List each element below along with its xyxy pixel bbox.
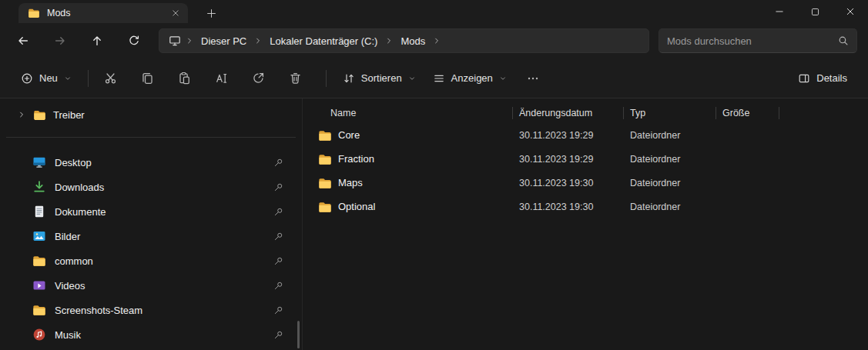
- this-pc-icon: [169, 35, 181, 47]
- view-button-label: Anzeigen: [451, 72, 493, 84]
- command-bar: Neu Sortieren Anzeigen Details: [0, 58, 868, 98]
- pin-icon: [273, 281, 283, 291]
- breadcrumb-this-pc[interactable]: Dieser PC: [196, 32, 252, 50]
- sidebar-item-label: Bilder: [55, 231, 265, 242]
- address-bar[interactable]: Dieser PC Lokaler Datenträger (C:) Mods: [159, 28, 649, 53]
- breadcrumb-drive-c[interactable]: Lokaler Datenträger (C:): [264, 32, 383, 50]
- cut-icon: [104, 72, 117, 85]
- folder-icon: [318, 176, 332, 190]
- column-header-label: Änderungsdatum: [519, 108, 592, 118]
- breadcrumb-chevron-icon[interactable]: [383, 36, 395, 45]
- file-modified-cell: 30.11.2023 19:30: [513, 178, 624, 188]
- tab-title: Mods: [47, 8, 161, 18]
- sidebar-item-label: Screenshots-Steam: [55, 305, 265, 316]
- sidebar-item-label: common: [55, 255, 265, 267]
- music-icon: [32, 328, 46, 342]
- details-pane-button[interactable]: Details: [789, 65, 856, 92]
- breadcrumb-chevron-icon[interactable]: [252, 36, 264, 45]
- pin-icon: [273, 158, 283, 168]
- file-row-core[interactable]: Core 30.11.2023 19:29 Dateiordner: [303, 123, 868, 147]
- breadcrumb-chevron-icon[interactable]: [431, 36, 443, 45]
- view-button[interactable]: Anzeigen: [424, 65, 515, 92]
- sort-button[interactable]: Sortieren: [334, 65, 424, 92]
- details-pane-icon: [798, 72, 810, 85]
- back-button[interactable]: [8, 28, 39, 54]
- sidebar-item-dokumente[interactable]: Dokumente: [3, 199, 299, 224]
- copy-button[interactable]: [133, 65, 163, 92]
- file-row-optional[interactable]: Optional 30.11.2023 19:30 Dateiordner: [303, 195, 868, 218]
- sidebar-item-videos[interactable]: Videos: [3, 273, 299, 298]
- file-list-pane: Name Änderungsdatum Typ Größe: [303, 98, 868, 350]
- file-explorer-window: Mods Dieser PC Lokaler Datenträger (C:) …: [0, 0, 868, 350]
- sidebar-item-musik[interactable]: Musik: [3, 322, 299, 347]
- explorer-tab[interactable]: Mods: [18, 3, 188, 23]
- sidebar-item-desktop[interactable]: Desktop: [3, 150, 299, 175]
- sidebar-item-common[interactable]: common: [3, 248, 299, 273]
- chevron-right-icon[interactable]: [17, 110, 26, 119]
- folder-icon: [318, 152, 332, 166]
- file-name: Maps: [338, 177, 363, 188]
- pin-icon: [273, 330, 283, 340]
- file-type-cell: Dateiordner: [624, 178, 716, 188]
- breadcrumb-mods[interactable]: Mods: [395, 32, 431, 50]
- new-tab-button[interactable]: [200, 3, 222, 23]
- file-type-cell: Dateiordner: [624, 202, 716, 212]
- file-row-maps[interactable]: Maps 30.11.2023 19:30 Dateiordner: [303, 171, 868, 195]
- sidebar-item-label: Treiber: [53, 109, 85, 121]
- column-resize-handle[interactable]: [779, 107, 779, 119]
- column-header-label: Größe: [722, 108, 749, 118]
- details-button-label: Details: [816, 72, 847, 84]
- tab-folder-icon: [28, 7, 40, 19]
- paste-button[interactable]: [170, 65, 199, 92]
- search-box[interactable]: [659, 28, 857, 53]
- folder-icon: [32, 254, 46, 268]
- new-plus-icon: [21, 72, 33, 85]
- up-button[interactable]: [82, 28, 112, 54]
- sidebar-item-screenshots-steam[interactable]: Screenshots-Steam: [3, 298, 299, 322]
- minimize-button[interactable]: [762, 0, 797, 23]
- rename-icon: [215, 72, 228, 85]
- search-input[interactable]: [667, 35, 833, 47]
- forward-button[interactable]: [45, 28, 75, 54]
- new-button[interactable]: Neu: [12, 65, 80, 92]
- folder-icon: [32, 303, 46, 317]
- column-header-name[interactable]: Name: [303, 103, 513, 123]
- close-button[interactable]: [833, 0, 868, 23]
- paste-icon: [178, 72, 191, 85]
- column-header-modified[interactable]: Änderungsdatum: [513, 103, 624, 123]
- file-modified-cell: 30.11.2023 19:29: [513, 154, 624, 165]
- column-header-label: Name: [330, 108, 356, 118]
- sidebar-item-treiber[interactable]: Treiber: [5, 103, 297, 126]
- more-options-button[interactable]: [518, 65, 548, 92]
- rename-button[interactable]: [207, 65, 236, 92]
- chevron-down-icon: [408, 75, 416, 82]
- toolbar-separator: [326, 70, 327, 87]
- breadcrumb-chevron-icon[interactable]: [183, 36, 196, 45]
- column-header-size[interactable]: Größe: [716, 103, 779, 123]
- sort-icon: [343, 72, 355, 85]
- desktop-icon: [32, 155, 46, 169]
- new-button-label: Neu: [39, 72, 58, 84]
- file-row-fraction[interactable]: Fraction 30.11.2023 19:29 Dateiordner: [303, 147, 868, 171]
- sidebar-separator: [6, 137, 296, 138]
- pin-icon: [273, 207, 283, 217]
- search-icon: [838, 35, 849, 46]
- maximize-button[interactable]: [797, 0, 833, 23]
- sidebar-scrollbar-thumb[interactable]: [297, 321, 300, 348]
- pin-icon: [273, 256, 283, 266]
- share-button[interactable]: [244, 65, 273, 92]
- pin-icon: [273, 232, 283, 242]
- column-header-type[interactable]: Typ: [624, 103, 716, 123]
- sidebar-item-downloads[interactable]: Downloads: [3, 175, 299, 199]
- cut-button[interactable]: [96, 65, 126, 92]
- downloads-icon: [32, 180, 46, 194]
- refresh-button[interactable]: [119, 28, 149, 54]
- delete-button[interactable]: [281, 65, 310, 92]
- sidebar-item-label: Dokumente: [55, 206, 265, 218]
- title-bar: Mods: [0, 0, 868, 23]
- tab-close-icon[interactable]: [168, 5, 183, 21]
- sidebar-item-bilder[interactable]: Bilder: [3, 224, 299, 248]
- file-type-cell: Dateiordner: [624, 154, 716, 165]
- folder-icon: [33, 108, 46, 122]
- sidebar-item-label: Downloads: [55, 182, 265, 193]
